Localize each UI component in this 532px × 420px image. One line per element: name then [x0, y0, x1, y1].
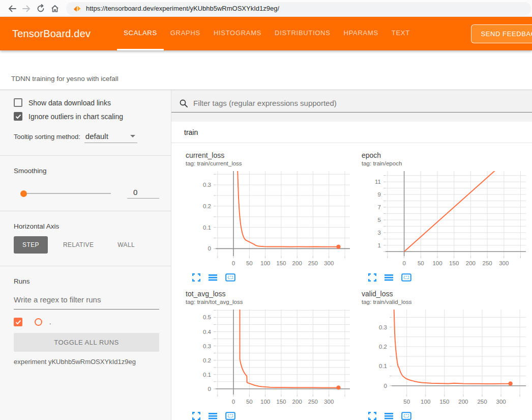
series-line — [238, 170, 339, 247]
chart-tag: tag: train/valid_loss — [362, 299, 531, 305]
show-download-links-checkbox[interactable]: Show data download links — [14, 98, 159, 107]
svg-text:0.3: 0.3 — [203, 182, 211, 188]
svg-text:200: 200 — [292, 260, 302, 266]
run-name: . — [49, 318, 51, 326]
runs-label: Runs — [14, 277, 159, 285]
browser-home-icon[interactable] — [48, 2, 62, 16]
toggle-y-axis-icon[interactable] — [209, 412, 217, 420]
runs-filter-input[interactable] — [14, 292, 159, 310]
smoothing-label: Smoothing — [14, 167, 159, 175]
chart-actions — [192, 412, 355, 420]
checkbox-label: Ignore outliers in chart scaling — [28, 113, 123, 121]
svg-text:50: 50 — [418, 260, 424, 266]
svg-text:0.3: 0.3 — [203, 343, 211, 349]
chart-card: tot_avg_loss tag: train/tot_avg_loss 00.… — [179, 290, 355, 420]
browser-reload-icon[interactable] — [34, 2, 48, 16]
svg-text:300: 300 — [324, 260, 334, 266]
browser-forward-icon[interactable] — [19, 2, 34, 16]
svg-text:300: 300 — [496, 399, 506, 405]
app-logo: TensorBoard.dev — [12, 28, 91, 40]
expand-chart-icon[interactable] — [368, 273, 376, 282]
chart-card: valid_loss tag: train/valid_loss 00.10.2… — [355, 290, 531, 420]
svg-text:250: 250 — [308, 260, 318, 266]
line-chart-svg[interactable]: 00.10.20.350100150200250300 — [355, 308, 528, 409]
smoothing-slider[interactable] — [20, 190, 111, 197]
chart-tag: tag: train/tot_avg_loss — [186, 299, 355, 305]
tab-text[interactable]: TEXT — [385, 17, 417, 50]
svg-text:50: 50 — [246, 260, 253, 266]
tab-scalars[interactable]: SCALARS — [117, 17, 164, 50]
fit-domain-icon[interactable] — [225, 273, 235, 282]
toggle-y-axis-icon[interactable] — [385, 273, 393, 282]
svg-text:100: 100 — [260, 399, 270, 405]
chevron-down-icon — [130, 135, 135, 137]
fit-domain-icon[interactable] — [401, 412, 411, 420]
expand-chart-icon[interactable] — [192, 273, 200, 282]
svg-text:0: 0 — [208, 245, 211, 251]
svg-text:0.2: 0.2 — [203, 357, 211, 363]
svg-text:150: 150 — [449, 260, 459, 266]
svg-text:200: 200 — [466, 260, 476, 266]
smoothing-value-field[interactable]: 0 — [127, 188, 159, 199]
divider — [0, 266, 171, 266]
address-bar[interactable]: https://tensorboard.dev/experiment/yKUbh… — [66, 2, 531, 15]
axis-wall-button[interactable]: WALL — [109, 236, 143, 254]
svg-text:250: 250 — [308, 399, 318, 405]
chart-card: current_loss tag: train/current_loss 00.… — [179, 151, 355, 282]
tab-hparams[interactable]: HPARAMS — [337, 17, 385, 50]
svg-text:300: 300 — [324, 399, 334, 405]
line-chart-svg[interactable]: 00.10.20.3050100150200250300 — [179, 170, 352, 270]
ignore-outliers-checkbox[interactable]: Ignore outliers in chart scaling — [14, 112, 159, 121]
tag-group-header-train[interactable]: train — [171, 122, 532, 143]
svg-text:0.1: 0.1 — [203, 372, 211, 378]
svg-text:0.5: 0.5 — [203, 314, 211, 320]
line-chart-svg[interactable]: 1357911050100150200250300 — [355, 170, 528, 270]
tooltip-sorting-select[interactable]: default — [84, 132, 137, 143]
fit-domain-icon[interactable] — [401, 273, 411, 282]
chart-title: tot_avg_loss — [186, 290, 355, 298]
experiment-title: TDNN training for yesno with icefall — [11, 75, 119, 82]
tag-filter-input[interactable] — [193, 99, 532, 107]
axis-step-button[interactable]: STEP — [14, 236, 48, 254]
series-line — [394, 308, 510, 384]
checkbox-icon[interactable] — [14, 112, 22, 121]
divider — [0, 155, 171, 156]
tensorboard-favicon — [73, 5, 81, 13]
chart-tag: tag: train/epoch — [362, 160, 531, 166]
fit-domain-icon[interactable] — [225, 412, 235, 420]
tag-group-section: train current_loss tag: train/current_lo… — [171, 122, 532, 420]
checkbox-icon[interactable] — [14, 98, 22, 107]
tab-distributions[interactable]: DISTRIBUTIONS — [268, 17, 337, 50]
svg-text:250: 250 — [477, 399, 487, 405]
toggle-y-axis-icon[interactable] — [209, 273, 217, 282]
divider — [0, 211, 171, 211]
chart-actions — [368, 273, 531, 282]
slider-thumb[interactable] — [20, 190, 27, 197]
svg-text:1: 1 — [378, 242, 381, 248]
send-feedback-button[interactable]: SEND FEEDBACK — [471, 24, 532, 43]
expand-chart-icon[interactable] — [192, 412, 200, 420]
run-checkbox-icon[interactable] — [14, 318, 22, 326]
expand-chart-icon[interactable] — [368, 412, 376, 420]
svg-text:0: 0 — [232, 260, 235, 266]
svg-text:0.1: 0.1 — [203, 225, 211, 231]
search-icon — [179, 99, 188, 108]
chart-card: epoch tag: train/epoch 13579110501001502… — [355, 151, 531, 282]
line-chart-svg[interactable]: 00.10.20.30.40.5050100150200250300 — [179, 308, 352, 409]
svg-text:0: 0 — [208, 386, 211, 392]
horizontal-axis-group: STEP RELATIVE WALL — [14, 236, 159, 254]
toggle-y-axis-icon[interactable] — [385, 412, 393, 420]
series-endpoint-marker — [508, 381, 512, 385]
run-list-item[interactable]: . — [14, 318, 159, 326]
experiment-header: TDNN training for yesno with icefall — [0, 50, 532, 90]
settings-sidebar: Show data download links Ignore outliers… — [0, 90, 171, 420]
browser-back-icon[interactable] — [5, 2, 19, 16]
chart-actions — [192, 273, 355, 282]
svg-text:0.2: 0.2 — [203, 203, 211, 209]
series-endpoint-marker — [336, 385, 340, 389]
browser-toolbar: https://tensorboard.dev/experiment/yKUbh… — [0, 0, 532, 17]
tab-graphs[interactable]: GRAPHS — [164, 17, 207, 50]
tab-histograms[interactable]: HISTOGRAMS — [207, 17, 268, 50]
axis-relative-button[interactable]: RELATIVE — [54, 236, 102, 254]
toggle-all-runs-button[interactable]: TOGGLE ALL RUNS — [14, 333, 159, 352]
